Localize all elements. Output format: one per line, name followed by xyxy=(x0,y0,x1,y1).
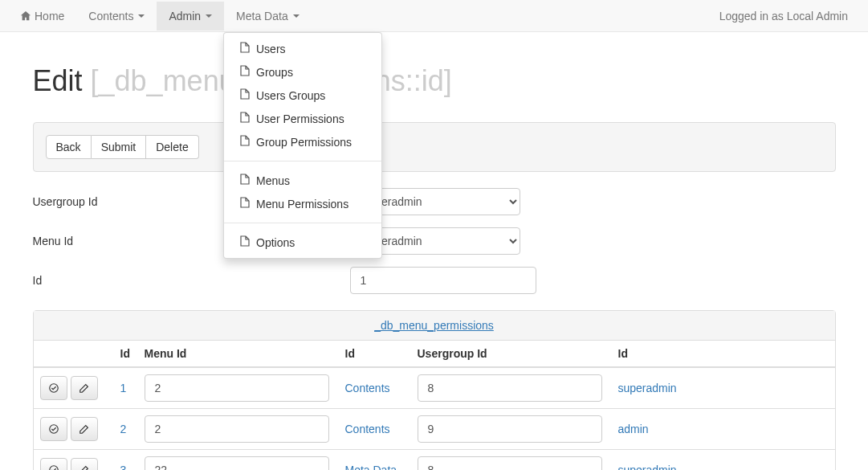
dropdown-users-groups[interactable]: Users Groups xyxy=(224,84,381,107)
row-id2-link[interactable]: Contents xyxy=(345,382,390,394)
top-navbar: Home Contents Admin Meta Data Logged in … xyxy=(0,0,868,32)
edit-button[interactable] xyxy=(71,458,98,470)
edit-button[interactable] xyxy=(71,417,98,441)
permissions-table: Id Menu Id Id Usergroup Id Id 1Contentss… xyxy=(34,341,835,470)
back-button[interactable]: Back xyxy=(46,135,92,159)
table-row: 3Meta Datasuperadmin xyxy=(34,450,835,471)
id-label: Id xyxy=(33,274,350,287)
form-row-id: Id xyxy=(33,267,836,294)
home-icon xyxy=(20,10,31,22)
select-button[interactable] xyxy=(40,376,67,400)
panel-title-link[interactable]: _db_menu_permissions xyxy=(374,319,494,332)
document-icon xyxy=(240,112,250,125)
document-icon xyxy=(240,174,250,187)
nav-admin[interactable]: Admin xyxy=(157,2,224,31)
nav-left: Home Contents Admin Meta Data xyxy=(8,2,707,31)
svg-point-1 xyxy=(49,425,58,434)
row-ugid-input[interactable] xyxy=(418,374,602,402)
row-id3-link[interactable]: superadmin xyxy=(618,382,677,394)
permissions-panel: _db_menu_permissions Id Menu Id Id Userg… xyxy=(33,310,836,470)
table-row: 1Contentssuperadmin xyxy=(34,367,835,409)
page-title: Edit [_db_menu_permissions::id] xyxy=(33,64,836,98)
document-icon xyxy=(240,235,250,249)
th-id3: Id xyxy=(612,341,835,367)
dropdown-groups-label: Groups xyxy=(256,66,293,79)
svg-point-0 xyxy=(49,384,58,393)
nav-home-label: Home xyxy=(35,10,64,22)
dropdown-divider xyxy=(224,161,381,161)
dropdown-menus-label: Menus xyxy=(256,174,290,187)
document-icon xyxy=(240,197,250,210)
dropdown-divider xyxy=(224,223,381,223)
row-id-link[interactable]: 1 xyxy=(120,382,127,394)
form-row-usergroup: Usergroup Id superadmin xyxy=(33,188,836,215)
dropdown-users[interactable]: Users xyxy=(224,37,381,60)
admin-dropdown: Users Groups Users Groups User Permissio… xyxy=(223,32,382,259)
dropdown-group-permissions[interactable]: Group Permissions xyxy=(224,130,381,153)
th-id1: Id xyxy=(114,341,138,367)
main-container: Edit [_db_menu_permissions::id] Back Sub… xyxy=(21,32,848,470)
nav-contents[interactable]: Contents xyxy=(76,2,157,31)
page-title-prefix: Edit xyxy=(33,64,91,97)
dropdown-groups[interactable]: Groups xyxy=(224,60,381,84)
caret-icon xyxy=(138,14,145,18)
select-button[interactable] xyxy=(40,417,67,441)
nav-contents-label: Contents xyxy=(88,10,133,22)
dropdown-user-permissions-label: User Permissions xyxy=(256,112,344,125)
row-ugid-input[interactable] xyxy=(418,456,602,470)
row-id2-link[interactable]: Meta Data xyxy=(345,464,397,470)
button-group: Back Submit Delete xyxy=(46,135,199,159)
delete-button[interactable]: Delete xyxy=(146,135,198,159)
id-input[interactable] xyxy=(350,267,536,294)
th-id2: Id xyxy=(339,341,411,367)
th-ugid: Usergroup Id xyxy=(411,341,612,367)
row-id3-link[interactable]: admin xyxy=(618,423,649,435)
dropdown-users-label: Users xyxy=(256,43,286,55)
edit-button[interactable] xyxy=(71,376,98,400)
nav-logged-in: Logged in as Local Admin xyxy=(707,10,860,22)
panel-heading: _db_menu_permissions xyxy=(34,311,835,341)
dropdown-user-permissions[interactable]: User Permissions xyxy=(224,107,381,130)
row-id3-link[interactable]: superadmin xyxy=(618,464,677,470)
caret-icon xyxy=(206,14,212,18)
form-row-menu: Menu Id superadmin xyxy=(33,227,836,255)
dropdown-options[interactable]: Options xyxy=(224,231,381,254)
dropdown-menu-permissions[interactable]: Menu Permissions xyxy=(224,192,381,215)
th-actions xyxy=(34,341,114,367)
th-menuid: Menu Id xyxy=(138,341,339,367)
row-id-link[interactable]: 3 xyxy=(120,464,127,470)
dropdown-menu-permissions-label: Menu Permissions xyxy=(256,198,348,210)
document-icon xyxy=(240,135,250,149)
row-menuid-input[interactable] xyxy=(145,415,329,443)
nav-admin-label: Admin xyxy=(169,10,201,22)
document-icon xyxy=(240,42,250,55)
dropdown-options-label: Options xyxy=(256,236,295,249)
select-button[interactable] xyxy=(40,458,67,470)
nav-home[interactable]: Home xyxy=(8,2,76,31)
dropdown-group-permissions-label: Group Permissions xyxy=(256,136,352,149)
document-icon xyxy=(240,65,250,79)
row-menuid-input[interactable] xyxy=(145,374,329,402)
nav-metadata[interactable]: Meta Data xyxy=(224,2,312,31)
table-row: 2Contentsadmin xyxy=(34,409,835,450)
dropdown-menus[interactable]: Menus xyxy=(224,169,381,192)
nav-metadata-label: Meta Data xyxy=(236,10,288,22)
action-toolbar: Back Submit Delete xyxy=(33,122,836,172)
row-id-link[interactable]: 2 xyxy=(120,423,127,435)
caret-icon xyxy=(293,14,300,18)
svg-point-2 xyxy=(49,466,58,470)
dropdown-users-groups-label: Users Groups xyxy=(256,89,325,102)
row-id2-link[interactable]: Contents xyxy=(345,423,390,435)
document-icon xyxy=(240,88,250,102)
row-ugid-input[interactable] xyxy=(418,415,602,443)
row-menuid-input[interactable] xyxy=(145,456,329,470)
submit-button[interactable]: Submit xyxy=(92,135,147,159)
